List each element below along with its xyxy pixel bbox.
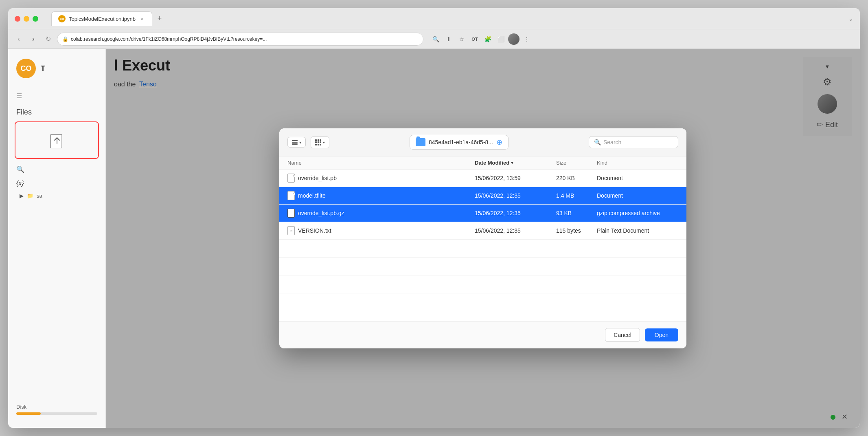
cell-size: 115 bytes (556, 227, 597, 234)
grid-view-button[interactable]: ▾ (311, 137, 329, 148)
disk-bar-fill (16, 412, 41, 415)
modal-overlay: ▾ ▾ (106, 49, 860, 428)
folder-name: sa (37, 193, 42, 199)
tab-list-chevron[interactable]: ⌄ (848, 15, 853, 22)
upload-icon-box (46, 129, 68, 152)
folder-path-chevron[interactable]: ⊕ (496, 138, 502, 147)
maximize-button[interactable] (33, 16, 38, 22)
title-bar: co TopicsModelExecution.ipynb × + ⌄ (8, 8, 860, 29)
file-kind: gzip compressed archive (597, 210, 660, 216)
col-size-header[interactable]: Size (556, 160, 597, 166)
sidebar-upload-area[interactable] (15, 121, 99, 159)
cell-name: txt VERSION.txt (287, 226, 475, 235)
menu-button[interactable]: ⋮ (521, 33, 533, 45)
folder-arrow-icon: ▶ (20, 193, 24, 199)
list-view-icon (292, 140, 298, 145)
profile-avatar[interactable] (508, 33, 519, 45)
sidebar-drive-title: T (41, 64, 45, 73)
reload-button[interactable]: ↻ (42, 33, 54, 45)
cell-name: model.tflite (287, 191, 475, 200)
file-kind: Document (597, 192, 623, 199)
file-icon-doc (287, 174, 295, 183)
sidebar: CO T ☰ Files (8, 49, 106, 428)
folder-path-display[interactable]: 845e4ad1-eb1a-46d5-8... ⊕ (410, 135, 509, 150)
file-size: 1.4 MB (556, 192, 574, 199)
sidebar-menu-icon[interactable]: ☰ (8, 88, 105, 104)
file-name: override_list.pb (298, 175, 337, 181)
modal-toolbar: ▾ ▾ (279, 128, 686, 156)
file-icon-doc (287, 191, 295, 200)
cell-kind: Document (597, 192, 678, 199)
table-row[interactable]: override_list.pb.gz 15/06/2022, 12:35 93… (279, 205, 686, 222)
col-date-header[interactable]: Date Modified ▾ (475, 160, 556, 166)
grid-view-icon (315, 139, 321, 145)
profile-text[interactable]: OT (469, 33, 480, 45)
cancel-button[interactable]: Cancel (605, 328, 640, 342)
file-icon-gz (287, 209, 295, 218)
file-icon-txt: txt (287, 226, 295, 235)
table-row[interactable]: override_list.pb 15/06/2022, 13:59 220 K… (279, 170, 686, 187)
col-kind-header[interactable]: Kind (597, 160, 678, 166)
empty-rows-container (279, 240, 686, 311)
empty-row (279, 293, 686, 311)
browser-tools: 🔍 ⬆ ☆ OT 🧩 ⬜ ⋮ (430, 33, 533, 45)
search-icon: 🔍 (594, 139, 601, 145)
main-content: l Execut oad the Tenso ▼ ⚙ ✏ (106, 49, 860, 428)
minimize-button[interactable] (24, 16, 29, 22)
file-table: Name Date Modified ▾ Size Kind (279, 156, 686, 321)
sidebar-folder-item[interactable]: ▶ 📁 sa (8, 190, 105, 201)
file-size: 93 KB (556, 210, 572, 216)
sidebar-toggle[interactable]: ⬜ (495, 33, 506, 45)
file-name: override_list.pb.gz (298, 210, 344, 216)
sort-arrow: ▾ (511, 160, 513, 165)
list-view-button[interactable]: ▾ (287, 137, 306, 148)
file-name: VERSION.txt (298, 227, 331, 234)
tab-close-button[interactable]: × (139, 15, 145, 22)
cell-size: 1.4 MB (556, 192, 597, 199)
share-button[interactable]: ⬆ (443, 33, 454, 45)
open-button[interactable]: Open (645, 328, 678, 341)
file-kind: Document (597, 175, 623, 181)
cell-size: 220 KB (556, 175, 597, 181)
cell-date: 15/06/2022, 12:35 (475, 210, 556, 216)
upload-icon (49, 132, 65, 148)
file-size: 220 KB (556, 175, 575, 181)
table-row[interactable]: model.tflite 15/06/2022, 12:35 1.4 MB Do… (279, 187, 686, 205)
file-date: 15/06/2022, 13:59 (475, 175, 521, 181)
search-placeholder: Search (603, 139, 621, 145)
sidebar-logo: CO T (8, 55, 105, 85)
url-bar[interactable]: 🔒 colab.research.google.com/drive/1Fk1iZ… (57, 33, 423, 46)
cell-date: 15/06/2022, 13:59 (475, 175, 556, 181)
sidebar-search-button[interactable]: 🔍 (8, 162, 105, 176)
extensions-button[interactable]: 🧩 (482, 33, 493, 45)
page-content: CO T ☰ Files (8, 49, 860, 428)
modal-footer: Cancel Open (279, 321, 686, 348)
cell-kind: Plain Text Document (597, 227, 678, 234)
folder-path-container: 845e4ad1-eb1a-46d5-8... ⊕ (334, 135, 584, 150)
cell-name: override_list.pb (287, 174, 475, 183)
variables-label: {x} (16, 180, 24, 187)
file-rows-container: override_list.pb 15/06/2022, 13:59 220 K… (279, 170, 686, 240)
table-header: Name Date Modified ▾ Size Kind (279, 156, 686, 170)
active-tab[interactable]: co TopicsModelExecution.ipynb × (51, 11, 152, 26)
folder-path-text: 845e4ad1-eb1a-46d5-8... (429, 139, 493, 145)
file-picker-modal: ▾ ▾ (279, 128, 686, 348)
sidebar-variables-button[interactable]: {x} (8, 176, 105, 190)
sidebar-item-files[interactable]: Files (8, 104, 105, 118)
tab-label: TopicsModelExecution.ipynb (69, 16, 136, 22)
search-bar[interactable]: 🔍 Search (589, 136, 678, 148)
table-row[interactable]: txt VERSION.txt 15/06/2022, 12:35 115 by… (279, 222, 686, 240)
disk-label: Disk (16, 404, 26, 410)
close-button[interactable] (15, 16, 20, 22)
col-name-header[interactable]: Name (287, 160, 475, 166)
colab-logo: CO (16, 59, 36, 78)
disk-bar-background (16, 412, 97, 415)
lock-icon: 🔒 (62, 36, 68, 42)
forward-button[interactable]: › (28, 33, 39, 45)
bookmark-button[interactable]: ☆ (456, 33, 467, 45)
new-tab-button[interactable]: + (154, 13, 165, 24)
back-button[interactable]: ‹ (13, 33, 24, 45)
co-icon: co (58, 15, 66, 22)
list-view-chevron: ▾ (299, 140, 301, 145)
zoom-button[interactable]: 🔍 (430, 33, 441, 45)
